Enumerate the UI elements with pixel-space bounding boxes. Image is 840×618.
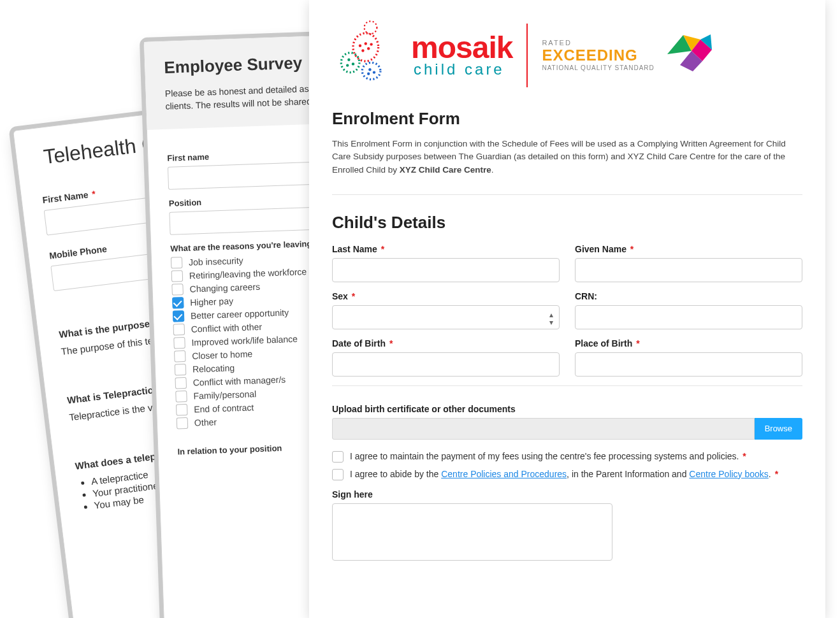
rating-exceeding: EXCEEDING [542, 47, 654, 64]
reason-label: Conflict with other [191, 322, 263, 334]
centre-policies-link[interactable]: Centre Policies and Procedures [441, 469, 567, 479]
logo-row: mosaik child care RATED EXCEEDING NATION… [332, 19, 802, 91]
sign-here-label: Sign here [332, 489, 802, 499]
svg-point-9 [347, 59, 350, 61]
brand-main-text: mosaik [411, 33, 512, 62]
pob-label: Place of Birth * [575, 338, 802, 349]
crn-label: CRN: [575, 291, 802, 301]
centre-policy-books-link[interactable]: Centre Policy books [689, 469, 769, 479]
svg-point-0 [365, 21, 377, 34]
upload-label: Upload birth certificate or other docume… [332, 404, 802, 414]
reason-checkbox[interactable] [173, 324, 185, 336]
reason-label: Relocating [192, 363, 235, 375]
crn-input[interactable] [575, 305, 802, 329]
divider [332, 385, 802, 386]
svg-point-4 [365, 42, 367, 45]
rating-shapes-icon [661, 32, 718, 78]
enrolment-heading: Enrolment Form [332, 109, 802, 129]
svg-point-13 [373, 71, 375, 73]
sex-select[interactable] [332, 305, 560, 329]
reason-label: Other [194, 417, 217, 428]
svg-point-14 [367, 73, 370, 75]
child-details-heading: Child's Details [332, 213, 802, 233]
svg-point-12 [368, 68, 371, 71]
dob-label: Date of Birth * [332, 338, 560, 349]
mosaik-dots-icon [332, 19, 402, 91]
reason-label: Improved work/life balance [191, 334, 298, 348]
sex-label: Sex * [332, 291, 560, 301]
reason-checkbox[interactable] [175, 364, 187, 376]
rating-block: RATED EXCEEDING NATIONAL QUALITY STANDAR… [542, 32, 718, 78]
given-name-input[interactable] [575, 258, 802, 282]
divider [332, 194, 802, 195]
reason-label: Higher pay [190, 296, 233, 308]
svg-point-7 [359, 45, 361, 47]
reason-checkbox[interactable] [171, 270, 184, 282]
enrolment-form-document: mosaik child care RATED EXCEEDING NATION… [309, 0, 825, 618]
brand-sub-text: child care [414, 62, 512, 77]
reason-checkbox[interactable] [172, 297, 184, 309]
reason-label: Closer to home [192, 349, 252, 361]
last-name-input[interactable] [332, 258, 560, 282]
reason-checkbox[interactable] [176, 404, 188, 416]
agree-policies-checkbox[interactable] [332, 469, 344, 480]
upload-field[interactable] [332, 418, 755, 440]
svg-point-8 [370, 43, 372, 45]
enrolment-intro: This Enrolment Form in conjunction with … [332, 138, 802, 176]
signature-box[interactable] [332, 503, 612, 561]
reason-label: Retiring/leaving the workforce [189, 266, 307, 280]
svg-point-3 [362, 62, 380, 79]
given-name-label: Given Name * [575, 244, 802, 254]
reason-checkbox[interactable] [171, 257, 183, 269]
reason-label: Changing careers [189, 282, 260, 294]
reason-label: End of contract [194, 402, 254, 414]
mosaik-logo: mosaik child care [332, 19, 512, 91]
reason-label: Family/personal [193, 389, 256, 401]
agree-policies-text: I agree to abide by the Centre Policies … [350, 469, 778, 479]
svg-point-10 [352, 62, 354, 65]
browse-button[interactable]: Browse [755, 418, 802, 440]
last-name-label: Last Name * [332, 244, 560, 254]
reason-checkbox[interactable] [175, 391, 187, 403]
reason-label: Job insecurity [189, 255, 243, 268]
rating-nqs: NATIONAL QUALITY STANDARD [542, 64, 654, 71]
reason-label: Conflict with manager/s [192, 375, 286, 388]
reason-checkbox[interactable] [174, 350, 186, 363]
reason-checkbox[interactable] [173, 337, 185, 349]
pob-input[interactable] [575, 352, 802, 377]
agree-fees-text: I agree to maintain the payment of my fe… [350, 451, 746, 461]
reason-checkbox[interactable] [171, 284, 184, 296]
svg-point-5 [367, 47, 370, 50]
rating-rated: RATED [542, 39, 654, 47]
reason-label: Better career opportunity [191, 307, 289, 320]
dob-input[interactable] [332, 352, 560, 377]
svg-point-6 [361, 49, 364, 52]
reason-checkbox[interactable] [175, 377, 187, 389]
reason-checkbox[interactable] [177, 417, 189, 429]
agree-fees-checkbox[interactable] [332, 451, 344, 463]
reason-checkbox[interactable] [173, 310, 185, 322]
divider-line [526, 24, 528, 87]
svg-point-11 [346, 64, 349, 66]
